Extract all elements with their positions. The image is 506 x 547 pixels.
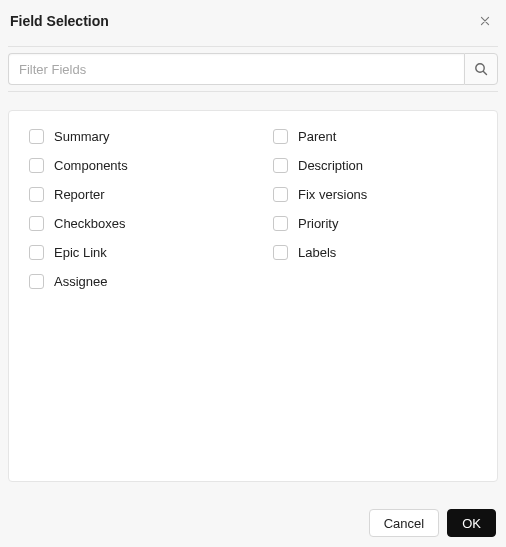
field-label: Priority [298,216,338,231]
checkbox-icon[interactable] [29,129,44,144]
close-button[interactable] [474,10,496,32]
fields-column-left: SummaryComponentsReporterCheckboxesEpic … [29,129,233,289]
checkbox-icon[interactable] [29,245,44,260]
field-checkbox-item[interactable]: Description [273,158,477,173]
field-label: Fix versions [298,187,367,202]
svg-line-1 [483,71,486,74]
checkbox-icon[interactable] [273,129,288,144]
field-checkbox-item[interactable]: Reporter [29,187,233,202]
fields-column-right: ParentDescriptionFix versionsPriorityLab… [273,129,477,289]
field-checkbox-item[interactable]: Parent [273,129,477,144]
search-button[interactable] [464,53,498,85]
divider [8,91,498,92]
checkbox-icon[interactable] [273,245,288,260]
checkbox-icon[interactable] [29,187,44,202]
field-checkbox-item[interactable]: Fix versions [273,187,477,202]
field-label: Parent [298,129,336,144]
field-checkbox-item[interactable]: Labels [273,245,477,260]
dialog-footer: Cancel OK [369,509,496,537]
search-row [8,53,498,85]
divider [8,46,498,47]
ok-button[interactable]: OK [447,509,496,537]
field-label: Description [298,158,363,173]
cancel-button[interactable]: Cancel [369,509,439,537]
fields-panel: SummaryComponentsReporterCheckboxesEpic … [8,110,498,482]
field-checkbox-item[interactable]: Assignee [29,274,233,289]
checkbox-icon[interactable] [29,274,44,289]
checkbox-icon[interactable] [29,216,44,231]
checkbox-icon[interactable] [273,216,288,231]
dialog-title: Field Selection [10,13,109,29]
dialog-header: Field Selection [8,8,498,40]
field-selection-dialog: Field Selection SummaryComponentsReporte… [0,0,506,547]
search-icon [474,62,488,76]
field-label: Reporter [54,187,105,202]
field-checkbox-item[interactable]: Components [29,158,233,173]
field-label: Summary [54,129,110,144]
field-label: Checkboxes [54,216,126,231]
checkbox-icon[interactable] [29,158,44,173]
field-label: Assignee [54,274,107,289]
field-checkbox-item[interactable]: Epic Link [29,245,233,260]
search-input[interactable] [8,53,464,85]
field-label: Labels [298,245,336,260]
fields-columns: SummaryComponentsReporterCheckboxesEpic … [29,129,477,289]
field-checkbox-item[interactable]: Summary [29,129,233,144]
field-label: Components [54,158,128,173]
checkbox-icon[interactable] [273,158,288,173]
close-icon [480,14,490,28]
field-label: Epic Link [54,245,107,260]
field-checkbox-item[interactable]: Checkboxes [29,216,233,231]
checkbox-icon[interactable] [273,187,288,202]
field-checkbox-item[interactable]: Priority [273,216,477,231]
